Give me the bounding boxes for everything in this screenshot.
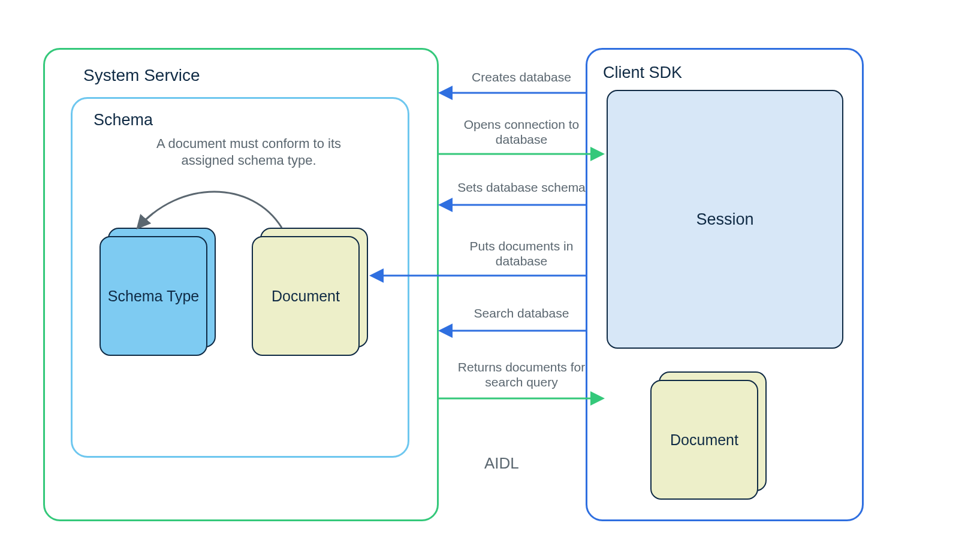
schema-title: Schema bbox=[94, 111, 153, 129]
arrow-label-creates-database: Creates database bbox=[444, 69, 599, 84]
arrow-label-search-database: Search database bbox=[444, 306, 599, 321]
schema-type-card: Schema Type bbox=[99, 236, 207, 356]
arrow-label-sets-schema: Sets database schema bbox=[444, 180, 599, 195]
client-sdk-title: Client SDK bbox=[603, 64, 682, 82]
client-document-card: Document bbox=[650, 380, 758, 500]
aidl-label: AIDL bbox=[484, 454, 519, 473]
arrow-label-opens-connection: Opens connection to database bbox=[444, 117, 599, 147]
schema-document-card: Document bbox=[252, 236, 360, 356]
arrow-label-returns-documents: Returns documents for search query bbox=[444, 359, 599, 389]
session-card: Session bbox=[607, 90, 843, 349]
diagram-stage: System Service Schema A document must co… bbox=[0, 0, 980, 550]
system-service-title: System Service bbox=[83, 66, 200, 85]
schema-conformance-note: A document must conform to its assigned … bbox=[147, 135, 351, 168]
arrow-label-puts-documents: Puts documents in database bbox=[444, 238, 599, 268]
